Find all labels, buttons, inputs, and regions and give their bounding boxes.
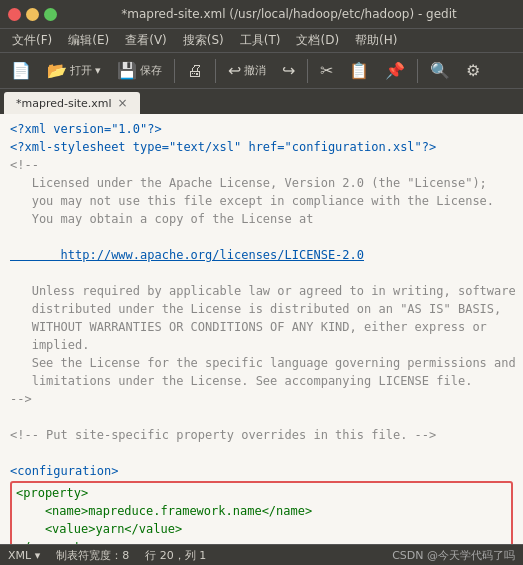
tab-width[interactable]: 制表符宽度：8 <box>56 548 129 563</box>
redo-icon: ↪ <box>282 61 295 80</box>
editor-line: http://www.apache.org/licenses/LICENSE-2… <box>10 246 513 264</box>
minimize-button[interactable] <box>26 8 39 21</box>
tab-bar: *mapred-site.xml × <box>0 88 523 114</box>
editor-line <box>10 408 513 426</box>
window-title: *mapred-site.xml (/usr/local/hadoop/etc/… <box>63 7 515 21</box>
tab-label: *mapred-site.xml <box>16 97 112 110</box>
editor-line <box>10 228 513 246</box>
toolbar-sep-4 <box>417 59 418 83</box>
menu-file[interactable]: 文件(F) <box>4 30 60 51</box>
search-icon: 🔍 <box>430 61 450 80</box>
editor-line: limitations under the License. See accom… <box>10 372 513 390</box>
editor-line: WITHOUT WARRANTIES OR CONDITIONS OF ANY … <box>10 318 513 336</box>
menu-view[interactable]: 查看(V) <box>117 30 175 51</box>
search-button[interactable]: 🔍 <box>423 57 457 85</box>
editor-line: Licensed under the Apache License, Versi… <box>10 174 513 192</box>
print-button[interactable]: 🖨 <box>180 57 210 85</box>
new-button[interactable]: 📄 <box>4 57 38 85</box>
editor-line: <name>mapreduce.framework.name</name> <box>16 502 507 520</box>
editor-line: <configuration> <box>10 462 513 480</box>
open-icon: 📂 <box>47 61 67 80</box>
new-icon: 📄 <box>11 61 31 80</box>
editor-line: <!-- <box>10 156 513 174</box>
menu-search[interactable]: 搜索(S) <box>175 30 232 51</box>
editor-line: --> <box>10 390 513 408</box>
open-button[interactable]: 📂 打开 ▾ <box>40 57 108 85</box>
editor-line: <?xml version="1.0"?> <box>10 120 513 138</box>
editor-line: Unless required by applicable law or agr… <box>10 282 513 300</box>
paste-button[interactable]: 📌 <box>378 57 412 85</box>
editor-line <box>10 444 513 462</box>
file-type[interactable]: XML ▾ <box>8 549 40 562</box>
editor-line: <property> <box>16 484 507 502</box>
save-icon: 💾 <box>117 61 137 80</box>
line-col: 行 20，列 1 <box>145 548 206 563</box>
menu-docs[interactable]: 文档(D) <box>288 30 347 51</box>
menu-tools[interactable]: 工具(T) <box>232 30 289 51</box>
paste-icon: 📌 <box>385 61 405 80</box>
editor-line: distributed under the License is distrib… <box>10 300 513 318</box>
close-button[interactable] <box>8 8 21 21</box>
menu-edit[interactable]: 编辑(E) <box>60 30 117 51</box>
watermark: CSDN @今天学代码了吗 <box>222 548 515 563</box>
editor-line <box>10 264 513 282</box>
toolbar: 📄 📂 打开 ▾ 💾 保存 🖨 ↩ 撤消 ↪ ✂ 📋 📌 🔍 ⚙ <box>0 52 523 88</box>
open-label: 打开 ▾ <box>70 63 101 78</box>
menu-help[interactable]: 帮助(H) <box>347 30 405 51</box>
copy-button[interactable]: 📋 <box>342 57 376 85</box>
editor-line: <!-- Put site-specific property override… <box>10 426 513 444</box>
undo-button[interactable]: ↩ 撤消 <box>221 57 273 85</box>
toolbar-sep-1 <box>174 59 175 83</box>
tab-close-button[interactable]: × <box>118 96 128 110</box>
editor-line: <value>yarn</value> <box>16 520 507 538</box>
cut-icon: ✂ <box>320 61 333 80</box>
window-buttons <box>8 8 57 21</box>
property-block: <property> <name>mapreduce.framework.nam… <box>10 481 513 544</box>
copy-icon: 📋 <box>349 61 369 80</box>
redo-button[interactable]: ↪ <box>275 57 302 85</box>
editor-line: You may obtain a copy of the License at <box>10 210 513 228</box>
undo-label: 撤消 <box>244 63 266 78</box>
settings-icon: ⚙ <box>466 61 480 80</box>
editor-line: you may not use this file except in comp… <box>10 192 513 210</box>
status-bar: XML ▾ 制表符宽度：8 行 20，列 1 CSDN @今天学代码了吗 <box>0 544 523 565</box>
editor-line: implied. <box>10 336 513 354</box>
editor-line: <?xml-stylesheet type="text/xsl" href="c… <box>10 138 513 156</box>
editor-area[interactable]: <?xml version="1.0"?><?xml-stylesheet ty… <box>0 114 523 544</box>
editor-line: See the License for the specific languag… <box>10 354 513 372</box>
menu-bar: 文件(F) 编辑(E) 查看(V) 搜索(S) 工具(T) 文档(D) 帮助(H… <box>0 28 523 52</box>
settings-button[interactable]: ⚙ <box>459 57 487 85</box>
maximize-button[interactable] <box>44 8 57 21</box>
cut-button[interactable]: ✂ <box>313 57 340 85</box>
undo-icon: ↩ <box>228 61 241 80</box>
print-icon: 🖨 <box>187 62 203 80</box>
toolbar-sep-3 <box>307 59 308 83</box>
save-label: 保存 <box>140 63 162 78</box>
toolbar-sep-2 <box>215 59 216 83</box>
save-button[interactable]: 💾 保存 <box>110 57 169 85</box>
editor-tab[interactable]: *mapred-site.xml × <box>4 92 140 114</box>
title-bar: *mapred-site.xml (/usr/local/hadoop/etc/… <box>0 0 523 28</box>
